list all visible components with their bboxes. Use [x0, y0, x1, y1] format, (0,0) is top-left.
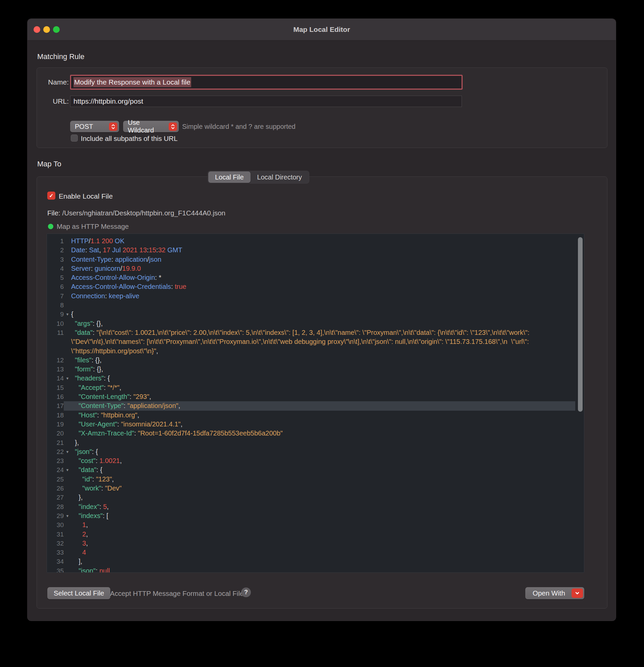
- code-line-text: "X-Amzn-Trace-Id": "Root=1-60f2d7f4-15df…: [71, 429, 575, 438]
- code-line: 24▾ "data": {: [47, 465, 575, 474]
- line-number: 15: [47, 383, 64, 392]
- code-line: 35 "json": null: [47, 566, 575, 573]
- fold-gutter: [64, 383, 71, 392]
- fold-gutter: [64, 429, 71, 438]
- select-local-file-button[interactable]: Select Local File: [47, 587, 110, 599]
- code-line-text: "json": {: [71, 447, 575, 456]
- subpaths-checkbox[interactable]: [71, 134, 78, 142]
- fold-gutter: [64, 237, 71, 246]
- rule-url-input[interactable]: https://httpbin.org/post: [70, 96, 462, 107]
- fold-toggle-icon[interactable]: ▾: [64, 511, 71, 520]
- tab-local-file[interactable]: Local File: [208, 172, 250, 183]
- line-number: 3: [47, 255, 64, 264]
- code-line: 6Access-Control-Allow-Credentials: true: [47, 282, 575, 291]
- matching-rule-groupbox: Name: Modify the Response with a Local f…: [36, 67, 608, 148]
- fold-gutter: [64, 456, 71, 465]
- line-number: 22: [47, 447, 64, 456]
- code-line-text: "Accept": "*/*",: [71, 383, 575, 392]
- fold-toggle-icon[interactable]: ▾: [64, 374, 71, 383]
- fold-gutter: [64, 365, 71, 374]
- check-icon: ✓: [49, 193, 53, 199]
- chevron-down-icon: [572, 588, 583, 598]
- code-line-text: "files": {},: [71, 356, 575, 365]
- code-line: 16 "Content-Length": "293",: [47, 392, 575, 401]
- name-label: Name:: [44, 75, 69, 90]
- code-line: 11 "data": "{\n\t\"cost\": 1.0021,\n\t\"…: [47, 328, 575, 356]
- wildcard-mode-dropdown[interactable]: Use Wildcard: [123, 121, 179, 132]
- code-line-text: {: [71, 310, 575, 319]
- line-number: 14: [47, 374, 64, 383]
- code-line: 33 4: [47, 548, 575, 557]
- fold-gutter: [64, 420, 71, 429]
- line-number: 27: [47, 493, 64, 502]
- line-number: 32: [47, 539, 64, 548]
- code-line: 32 3,: [47, 539, 575, 548]
- code-line-text: HTTP/1.1 200 OK: [71, 237, 575, 246]
- method-dropdown-value: POST: [75, 123, 93, 131]
- line-number: 13: [47, 365, 64, 374]
- code-line: 10 "args": {},: [47, 319, 575, 328]
- line-number: 9: [47, 310, 64, 319]
- code-line: 13 "form": {},: [47, 365, 575, 374]
- fold-gutter: [64, 539, 71, 548]
- fold-gutter: [64, 557, 71, 566]
- code-line-text: Date: Sat, 17 Jul 2021 13:15:32 GMT: [71, 246, 575, 255]
- line-number: 34: [47, 557, 64, 566]
- code-line: 14▾ "headers": {: [47, 374, 575, 383]
- code-line: 20 "X-Amzn-Trace-Id": "Root=1-60f2d7f4-1…: [47, 429, 575, 438]
- fold-toggle-icon[interactable]: ▾: [64, 465, 71, 474]
- code-line: 12 "files": {},: [47, 356, 575, 365]
- matching-rule-section-label: Matching Rule: [37, 52, 84, 61]
- fold-gutter: [64, 264, 71, 273]
- fold-gutter: [64, 475, 71, 484]
- editor-scrollbar-thumb[interactable]: [578, 237, 583, 412]
- line-number: 18: [47, 411, 64, 420]
- fold-gutter: [64, 548, 71, 557]
- file-path-value: /Users/nghiatran/Desktop/httpbin.org_F1C…: [62, 209, 226, 217]
- file-path-row: File: /Users/nghiatran/Desktop/httpbin.o…: [47, 209, 226, 217]
- line-number: 19: [47, 420, 64, 429]
- line-number: 8: [47, 300, 64, 310]
- fold-gutter: [64, 319, 71, 328]
- code-line-text: 1,: [71, 520, 575, 530]
- code-line: 19 "User-Agent": "insomnia/2021.4.1",: [47, 420, 575, 429]
- open-with-button[interactable]: Open With: [525, 587, 584, 599]
- fold-gutter: [64, 401, 71, 410]
- updown-chevrons-icon: [109, 123, 117, 131]
- rule-name-input[interactable]: Modify the Response with a Local file: [70, 75, 463, 90]
- url-label: URL:: [44, 96, 69, 107]
- rule-url-text: https://httpbin.org/post: [73, 97, 143, 105]
- enable-local-file-checkbox[interactable]: ✓: [47, 192, 55, 200]
- enable-local-file-label: Enable Local File: [59, 192, 113, 200]
- help-button[interactable]: ?: [241, 587, 251, 597]
- code-line: 26 "work": "Dev": [47, 484, 575, 493]
- code-line-text: "args": {},: [71, 319, 575, 328]
- fold-gutter: [64, 438, 71, 447]
- code-line: 28 "index": 5,: [47, 502, 575, 511]
- fold-gutter: [64, 255, 71, 264]
- line-number: 31: [47, 530, 64, 539]
- http-message-editor[interactable]: 1HTTP/1.1 200 OK2Date: Sat, 17 Jul 2021 …: [47, 233, 584, 573]
- open-with-label: Open With: [525, 589, 565, 597]
- updown-chevrons-icon: [169, 123, 177, 131]
- line-number: 4: [47, 264, 64, 273]
- title-bar: Map Local Editor: [28, 19, 616, 40]
- fold-gutter: [64, 484, 71, 493]
- fold-toggle-icon[interactable]: ▾: [64, 310, 71, 319]
- line-number: 11: [47, 328, 64, 356]
- line-number: 17: [47, 401, 64, 410]
- fold-toggle-icon[interactable]: ▾: [64, 447, 71, 456]
- map-local-editor-window: Map Local Editor Matching Rule Name: Mod…: [27, 18, 616, 621]
- code-line: 4Server: gunicorn/19.9.0: [47, 264, 575, 273]
- tab-local-directory[interactable]: Local Directory: [250, 172, 309, 183]
- method-dropdown[interactable]: POST: [70, 121, 119, 132]
- map-to-section-label: Map To: [37, 160, 61, 168]
- code-line: 22▾ "json": {: [47, 447, 575, 456]
- code-line-text: "cost": 1.0021,: [71, 456, 575, 465]
- code-line: 17 "Content-Type": "application/json",: [47, 401, 575, 410]
- code-line: 34 ],: [47, 557, 575, 566]
- select-local-file-label: Select Local File: [54, 589, 104, 597]
- code-line: 18 "Host": "httpbin.org",: [47, 411, 575, 420]
- fold-gutter: [64, 300, 71, 310]
- code-line-text: "headers": {: [71, 374, 575, 383]
